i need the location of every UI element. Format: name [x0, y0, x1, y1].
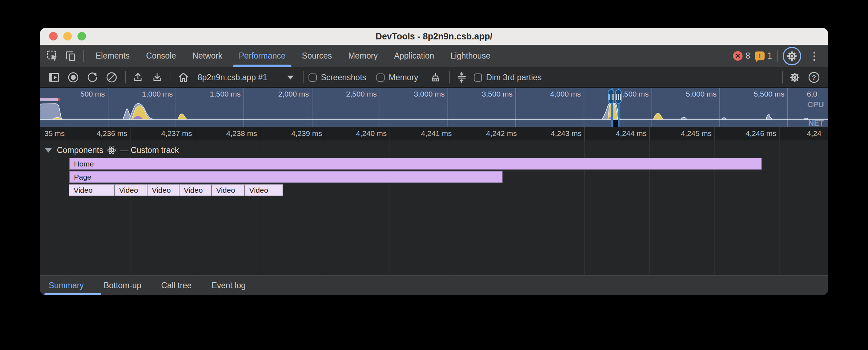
- flame-bar-home[interactable]: Home: [69, 158, 762, 170]
- ruler-label: 4,236 ms: [74, 129, 127, 138]
- target-selector[interactable]: 8p2n9n.csb.app #1: [198, 73, 267, 82]
- main-tab-bar: Elements Console Network Performance Sou…: [40, 45, 828, 67]
- tab-bottom-up[interactable]: Bottom-up: [103, 281, 141, 290]
- clear-icon[interactable]: [105, 70, 119, 84]
- errors-button[interactable]: ✕ 8: [733, 51, 750, 61]
- window-title: DevTools - 8p2n9n.csb.app/: [40, 31, 828, 42]
- toggle-sidebar-icon[interactable]: [47, 70, 61, 84]
- issue-count: 1: [767, 51, 772, 61]
- flame-bar-video[interactable]: Video: [179, 184, 211, 196]
- ruler-label: 4,246 ms: [723, 129, 776, 138]
- upload-profile-icon[interactable]: [131, 70, 145, 84]
- screenshots-checkbox[interactable]: [309, 73, 317, 82]
- divider: [303, 71, 304, 83]
- flame-chart-area[interactable]: Components — Custom track Home Page Vide…: [40, 141, 828, 275]
- screenshots-label: Screenshots: [321, 73, 366, 82]
- tab-performance[interactable]: Performance: [231, 45, 294, 67]
- ruler-label: 4,238 ms: [204, 129, 257, 138]
- ruler-label: 4,245 ms: [658, 129, 712, 138]
- ruler-label: 4,237 ms: [139, 129, 192, 138]
- time-ruler: 35 ms 4,236 ms 4,237 ms 4,238 ms 4,239 m…: [40, 127, 828, 141]
- tab-sources[interactable]: Sources: [294, 45, 340, 67]
- cpu-lane-label: CPU: [808, 100, 824, 109]
- memory-checkbox[interactable]: [376, 73, 385, 82]
- tab-summary[interactable]: Summary: [49, 281, 84, 290]
- error-count: 8: [745, 51, 750, 61]
- selection-right-handle[interactable]: [615, 89, 622, 104]
- more-options-icon[interactable]: ⋮: [806, 51, 823, 61]
- gear-icon: [786, 50, 798, 62]
- home-icon[interactable]: [176, 70, 191, 84]
- download-profile-icon[interactable]: [150, 70, 164, 84]
- tab-event-log[interactable]: Event log: [211, 281, 246, 290]
- tab-network[interactable]: Network: [184, 45, 230, 67]
- performance-toolbar: 8p2n9n.csb.app #1 Screenshots Memory Dim…: [40, 67, 828, 88]
- flame-bar-video[interactable]: Video: [211, 184, 245, 196]
- divider: [171, 71, 171, 83]
- svg-text:?: ?: [812, 74, 816, 81]
- details-tab-bar: Summary Bottom-up Call tree Event log: [40, 275, 828, 295]
- error-icon: ✕: [733, 51, 743, 61]
- devtools-window: DevTools - 8p2n9n.csb.app/ Elements Cons…: [40, 28, 828, 295]
- ruler-label: 4,244 ms: [593, 129, 647, 138]
- reload-and-record-icon[interactable]: [85, 70, 100, 84]
- title-bar: DevTools - 8p2n9n.csb.app/: [40, 28, 828, 45]
- tab-memory[interactable]: Memory: [340, 45, 386, 67]
- timeline-overview[interactable]: 500 ms 1,000 ms 1,500 ms 2,000 ms 2,500 …: [40, 88, 828, 127]
- ruler-label: 4,240 ms: [333, 129, 387, 138]
- disclosure-triangle-icon[interactable]: [45, 148, 52, 153]
- tab-console[interactable]: Console: [138, 45, 184, 67]
- ruler-label: 4,243 ms: [528, 129, 582, 138]
- custom-track-header[interactable]: Components — Custom track: [45, 145, 179, 155]
- ruler-label: 4,239 ms: [269, 129, 322, 138]
- track-name: Components: [57, 146, 103, 155]
- help-icon[interactable]: ?: [807, 70, 821, 84]
- flame-bar-page[interactable]: Page: [69, 171, 503, 183]
- collect-garbage-icon[interactable]: [428, 70, 443, 84]
- ruler-label: 35 ms: [40, 129, 65, 138]
- device-toolbar-icon[interactable]: [63, 48, 78, 64]
- react-atom-icon: [107, 145, 117, 155]
- divider: [782, 71, 783, 83]
- target-dropdown-caret-icon[interactable]: [287, 76, 294, 80]
- cpu-activity-chart: [40, 88, 828, 127]
- ruler-label: 4,242 ms: [464, 129, 517, 138]
- ruler-label: 4,24: [807, 129, 828, 138]
- settings-icon[interactable]: [788, 70, 802, 84]
- inspect-element-icon[interactable]: [45, 48, 60, 64]
- issue-icon: !: [755, 51, 765, 60]
- divider: [83, 50, 84, 62]
- flame-bar-video[interactable]: Video: [245, 184, 283, 196]
- tab-elements[interactable]: Elements: [87, 45, 138, 67]
- flame-bar-video[interactable]: Video: [69, 184, 114, 196]
- memory-label: Memory: [389, 73, 418, 82]
- active-bottom-tab-underline: [44, 293, 101, 295]
- tab-application[interactable]: Application: [386, 45, 443, 67]
- dim-3rd-parties-checkbox[interactable]: [474, 73, 482, 82]
- track-suffix: — Custom track: [120, 146, 179, 155]
- tab-call-tree[interactable]: Call tree: [161, 281, 192, 290]
- dim-3rd-parties-label: Dim 3rd parties: [486, 73, 542, 82]
- active-tab-underline: [233, 65, 292, 67]
- flame-bar-video[interactable]: Video: [147, 184, 179, 196]
- record-icon[interactable]: [66, 70, 80, 84]
- ruler-label: 4,241 ms: [398, 129, 452, 138]
- net-lane-label: NET: [808, 119, 824, 127]
- divider: [449, 71, 450, 83]
- flame-bar-video[interactable]: Video: [114, 184, 147, 196]
- selection-left-handle[interactable]: [608, 89, 614, 104]
- settings-button-focused[interactable]: [783, 47, 801, 65]
- issues-button[interactable]: ! 1: [755, 51, 772, 61]
- divider: [777, 50, 778, 62]
- tab-lighthouse[interactable]: Lighthouse: [442, 45, 499, 67]
- collapse-sections-icon[interactable]: [455, 70, 469, 84]
- divider: [125, 71, 126, 83]
